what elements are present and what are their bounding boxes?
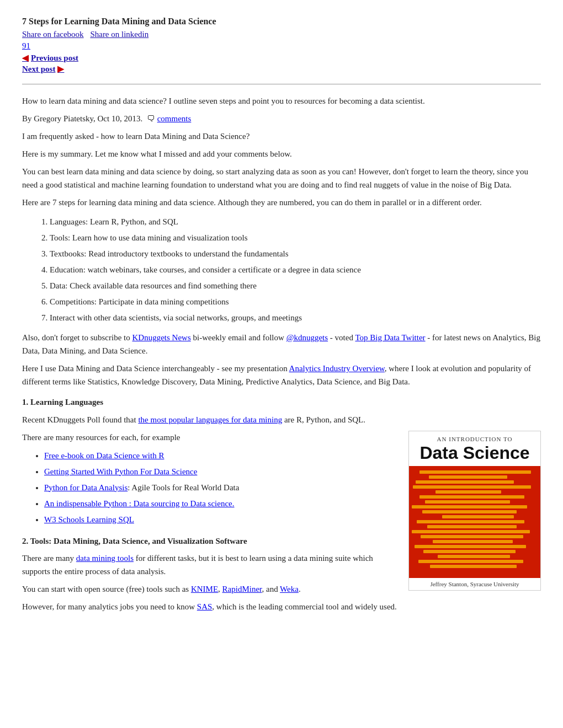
also-paragraph: Also, don't forget to subscribe to KDnug… [22,331,541,357]
r-ebook-link[interactable]: Free e-book on Data Science with R [44,451,164,460]
section2-para3: However, for many analytics jobs you nee… [22,600,397,613]
comment-icon: 🗨 [147,114,155,123]
previous-post-link[interactable]: ◀Previous post [22,53,541,63]
book-top: AN INTRODUCTION TO Data Science [409,431,540,466]
steps-list: Languages: Learn R, Python, and SQL Tool… [50,215,541,325]
byline: By Gregory Piatetsky, Oct 10, 2013. 🗨 co… [22,112,541,125]
share-linkedin[interactable]: Share on linkedin [90,30,148,39]
analytics-overview-link[interactable]: Analytics Industry Overview [289,364,385,373]
list-item: Tools: Learn how to use data mining and … [50,231,541,245]
section1-intro: Recent KDnuggets Poll found that the mos… [22,413,541,426]
intro-paragraph: How to learn data mining and data scienc… [22,94,541,108]
sas-link[interactable]: SAS [197,602,213,611]
section-divider [22,84,541,84]
list-item: Data: Check available data resources and… [50,279,541,293]
list-item: Interact with other data scientists, via… [50,311,541,325]
section2-heading: 2. Tools: Data Mining, Data Science, and… [22,535,397,548]
article-container: 7 Steps for Learning Data Mining and Dat… [22,17,541,618]
share-facebook[interactable]: Share on facebook [22,30,84,39]
data-mining-tools-link[interactable]: data mining tools [76,554,134,563]
list-item: An indispensable Python : Data sourcing … [44,496,397,511]
list-item: Python for Data Analysis: Agile Tools fo… [44,480,397,495]
languages-list: Free e-book on Data Science with R Getti… [44,448,397,527]
list-item: Textbooks: Read introductory textbooks t… [50,247,541,261]
knime-link[interactable]: KNIME [191,585,218,593]
comment-count[interactable]: 91 [22,41,541,51]
popular-languages-link[interactable]: the most popular languages for data mini… [138,415,282,424]
list-item: Getting Started With Python For Data Sci… [44,464,397,479]
kdnuggets-handle-link[interactable]: @kdnuggets [286,333,328,342]
body-para-1: I am frequently asked - how to learn Dat… [22,130,541,143]
python-getting-started-link[interactable]: Getting Started With Python For Data Sci… [44,467,197,476]
section2-para1: There are many data mining tools for dif… [22,552,397,578]
share-links: Share on facebook Share on linkedin [22,30,541,39]
body-para-2: Here is my summary. Let me know what I m… [22,147,541,160]
languages-with-book: There are many resources for each, for e… [22,431,541,618]
book-title: Data Science [415,443,535,463]
comments-link[interactable]: comments [157,114,192,123]
nav-links: ◀Previous post Next post▶ [22,53,541,74]
prev-arrow-icon: ◀ [22,53,29,62]
list-item: Competitions: Participate in data mining… [50,295,541,309]
section1-heading: 1. Learning Languages [22,396,541,409]
section2-para2: You can start with open source (free) to… [22,582,397,596]
book-cover-image: AN INTRODUCTION TO Data Science [408,431,541,591]
languages-content: There are many resources for each, for e… [22,431,397,618]
weka-link[interactable]: Weka [280,585,299,593]
top-big-data-link[interactable]: Top Big Data Twitter [355,333,425,342]
python-data-sourcing-link[interactable]: An indispensable Python : Data sourcing … [44,499,235,508]
resources-intro: There are many resources for each, for e… [22,431,397,444]
next-arrow-icon: ▶ [57,65,64,73]
book-intro-text: AN INTRODUCTION TO [415,436,535,442]
book-author: Jeffrey Stanton, Syracuse University [409,578,540,590]
rapidminer-link[interactable]: RapidMiner [222,585,262,593]
analytics-overview-paragraph: Here I use Data Mining and Data Science … [22,362,541,388]
python-data-analysis-link[interactable]: Python for Data Analysis [44,483,128,492]
book-lines-graphic [409,466,540,578]
article-title: 7 Steps for Learning Data Mining and Dat… [22,17,541,26]
list-item: Free e-book on Data Science with R [44,448,397,463]
list-item: Education: watch webinars, take courses,… [50,263,541,277]
list-item: Languages: Learn R, Python, and SQL [50,215,541,229]
w3schools-sql-link[interactable]: W3 Schools Learning SQL [44,515,134,524]
next-post-link[interactable]: Next post▶ [22,64,541,74]
book-graphic [409,466,540,578]
list-item: W3 Schools Learning SQL [44,512,397,527]
body-para-3: You can best learn data mining and data … [22,165,541,191]
body-para-4: Here are 7 steps for learning data minin… [22,196,541,209]
kdnuggets-news-link[interactable]: KDnuggets News [132,333,191,342]
